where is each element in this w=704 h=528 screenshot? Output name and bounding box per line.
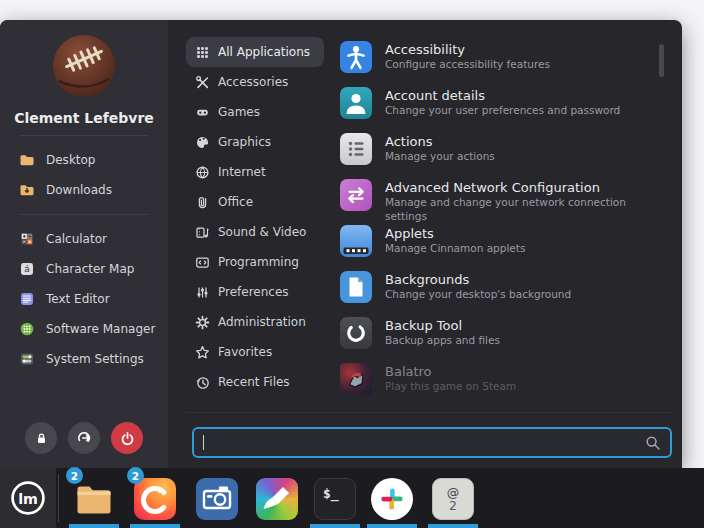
app-subtitle: Manage and change your network connectio… [385, 195, 658, 223]
system-settings-icon [19, 351, 35, 367]
app-item-account-details[interactable]: Account details Change your user prefere… [340, 87, 658, 133]
category-list: All Applications Accessories Games G [186, 37, 324, 397]
gamepad-icon [195, 105, 210, 120]
sidebar-item-text-editor[interactable]: Text Editor [0, 284, 168, 314]
category-label: Internet [218, 165, 266, 179]
session-buttons [0, 422, 168, 454]
sidebar-item-calculator[interactable]: Calculator [0, 224, 168, 254]
app-title: Actions [385, 134, 495, 149]
app-text: Applets Manage Cinnamon applets [385, 225, 525, 255]
app-list-scrollbar[interactable] [659, 44, 664, 77]
notification-badge: 2 [127, 467, 144, 484]
category-label: Office [218, 195, 253, 209]
sidebar-item-label: Calculator [46, 232, 107, 246]
search-input[interactable] [204, 435, 645, 450]
taskbar-item-mail[interactable]: @ 2 [432, 478, 474, 520]
app-title: Backgrounds [385, 272, 571, 287]
power-button[interactable] [111, 422, 143, 454]
folder-download-icon [19, 182, 35, 198]
taskbar-item-slack[interactable] [371, 478, 413, 520]
category-label: Games [218, 105, 260, 119]
running-indicator [367, 524, 417, 528]
paint-brush-icon [256, 478, 298, 520]
category-games[interactable]: Games [186, 97, 274, 127]
category-administration[interactable]: Administration [186, 307, 320, 337]
account-details-icon [340, 87, 372, 119]
star-icon [195, 345, 210, 360]
user-avatar[interactable] [53, 35, 115, 97]
applets-icon [340, 225, 372, 257]
category-programming[interactable]: Programming [186, 247, 313, 277]
category-label: Favorites [218, 345, 272, 359]
menu-launcher-button[interactable]: lm [0, 468, 56, 528]
category-favorites[interactable]: Favorites [186, 337, 286, 367]
lock-screen-button[interactable] [25, 422, 57, 454]
sidebar-item-character-map[interactable]: á Character Map [0, 254, 168, 284]
category-sound-video[interactable]: Sound & Video [186, 217, 320, 247]
taskbar-panel: lm 2 2 [0, 468, 704, 528]
app-text: Backgrounds Change your desktop's backgr… [385, 271, 571, 301]
app-item-balatro[interactable]: Balatro Play this game on Steam [340, 363, 658, 409]
running-indicator [69, 524, 119, 528]
app-text: Actions Manage your actions [385, 133, 495, 163]
category-preferences[interactable]: Preferences [186, 277, 303, 307]
balatro-icon [340, 363, 372, 395]
taskbar-item-screenshot[interactable] [196, 478, 238, 520]
mint-menu-popup: Clement Lefebvre Desktop Downloads [0, 20, 682, 468]
tools-icon [195, 75, 210, 90]
app-item-accessibility[interactable]: Accessibility Configure accessibility fe… [340, 41, 658, 87]
app-item-applets[interactable]: Applets Manage Cinnamon applets [340, 225, 658, 271]
category-graphics[interactable]: Graphics [186, 127, 285, 157]
power-icon [120, 431, 135, 446]
sidebar-item-downloads[interactable]: Downloads [0, 175, 168, 205]
app-text: Backup Tool Backup apps and files [385, 317, 500, 347]
app-subtitle: Configure accessibility features [385, 57, 550, 71]
backup-tool-icon [340, 317, 372, 349]
screenshot-camera-icon [196, 478, 238, 520]
linux-mint-logo-icon: lm [9, 479, 47, 517]
sidebar-item-label: Text Editor [46, 292, 110, 306]
app-item-backgrounds[interactable]: Backgrounds Change your desktop's backgr… [340, 271, 658, 317]
category-label: Administration [218, 315, 306, 329]
category-recent-files[interactable]: Recent Files [186, 367, 304, 397]
taskbar-item-terminal[interactable]: $_ [314, 478, 356, 520]
menu-sidebar: Clement Lefebvre Desktop Downloads [0, 20, 168, 468]
terminal-prompt: $_ [323, 486, 339, 501]
running-indicator [428, 524, 478, 528]
app-subtitle: Play this game on Steam [385, 379, 516, 393]
app-item-advanced-network-configuration[interactable]: Advanced Network Configuration Manage an… [340, 179, 658, 225]
taskbar-item-firefox[interactable]: 2 [134, 478, 176, 520]
sidebar-item-system-settings[interactable]: System Settings [0, 344, 168, 374]
backgrounds-icon [340, 271, 372, 303]
category-all-applications[interactable]: All Applications [186, 37, 324, 67]
running-indicator [310, 524, 360, 528]
slack-icon [371, 478, 413, 520]
software-manager-icon [19, 321, 35, 337]
search-icon [645, 435, 661, 451]
sidebar-item-label: Desktop [46, 153, 96, 167]
taskbar-item-files[interactable]: 2 [73, 478, 115, 520]
terminal-icon: $_ [314, 478, 356, 520]
app-item-backup-tool[interactable]: Backup Tool Backup apps and files [340, 317, 658, 363]
category-label: Programming [218, 255, 299, 269]
sidebar-item-desktop[interactable]: Desktop [0, 145, 168, 175]
category-label: Sound & Video [218, 225, 306, 239]
sidebar-item-software-manager[interactable]: Software Manager [0, 314, 168, 344]
list-bottom-divider [186, 412, 672, 413]
app-subtitle: Manage your actions [385, 149, 495, 163]
palette-icon [195, 135, 210, 150]
category-label: Accessories [218, 75, 288, 89]
category-office[interactable]: Office [186, 187, 267, 217]
network-configuration-icon [340, 179, 372, 211]
logout-button[interactable] [68, 422, 100, 454]
sidebar-spacer [0, 374, 168, 422]
desktop-background: Clement Lefebvre Desktop Downloads [0, 0, 704, 528]
notification-badge: 2 [66, 467, 83, 484]
film-note-icon [195, 225, 210, 240]
category-accessories[interactable]: Accessories [186, 67, 302, 97]
paperclip-icon [195, 195, 210, 210]
app-title: Backup Tool [385, 318, 500, 333]
category-internet[interactable]: Internet [186, 157, 280, 187]
app-item-actions[interactable]: Actions Manage your actions [340, 133, 658, 179]
taskbar-item-drawing[interactable] [256, 478, 298, 520]
